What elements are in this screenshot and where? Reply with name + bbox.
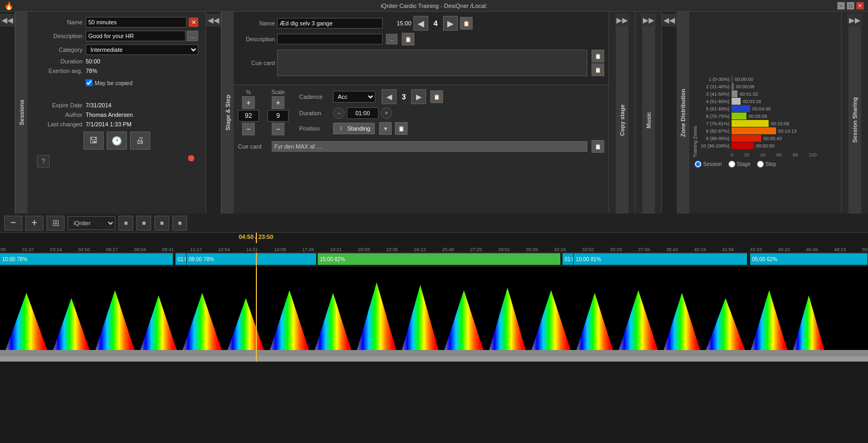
chart-track[interactable] bbox=[0, 266, 868, 362]
zone-bar-label: 6 (70-75%) bbox=[698, 114, 730, 119]
sharing-tab[interactable]: Session Sharing bbox=[848, 26, 861, 214]
zone-time-label: 00:04:48 bbox=[752, 106, 771, 112]
stage-desc-more-btn[interactable]: ... bbox=[386, 34, 398, 44]
zone-bar-row: 3 (41-50%)00:01:32 bbox=[698, 90, 838, 97]
action-btn-1[interactable]: 🖫 bbox=[84, 132, 104, 150]
cadence-select[interactable]: Acc bbox=[333, 91, 375, 103]
stage-num: 4 bbox=[430, 19, 441, 27]
timeline-content: 04:50 / 23:50 00:0001:3703:1404:5006:270… bbox=[0, 233, 868, 362]
may-copied-checkbox[interactable] bbox=[86, 79, 93, 86]
ruler-mark: 33:52 bbox=[582, 247, 594, 252]
stage-step-collapse-btn[interactable]: ◀◀ bbox=[206, 14, 221, 26]
ruler-mark: 14:31 bbox=[246, 247, 258, 252]
action-btn-2[interactable]: 🕐 bbox=[107, 132, 127, 150]
percent-plus-btn[interactable]: + bbox=[242, 96, 255, 109]
sharing-top-arrow[interactable]: ▶▶ bbox=[847, 14, 862, 26]
step-side-btn-1[interactable]: 📋 bbox=[430, 90, 443, 103]
scale-plus-btn[interactable]: + bbox=[272, 96, 284, 109]
zone-collapse-btn[interactable]: ◀◀ bbox=[662, 14, 677, 26]
minimize-button[interactable]: − bbox=[837, 2, 845, 10]
zone-x-axis: 0 20 40 60 80 100 bbox=[698, 152, 838, 158]
sessions-collapse-btn[interactable]: ◀◀ bbox=[0, 14, 15, 26]
stage-current-line bbox=[256, 253, 257, 266]
stage-header: Name 15:00 ◀ 4 ▶ 📋 bbox=[238, 16, 604, 31]
stage-cue-side-btns: 📋 📋 bbox=[592, 50, 604, 76]
step-side-btn-2[interactable]: 📋 bbox=[395, 122, 408, 135]
zone-tab[interactable]: Zone Distribution bbox=[677, 12, 689, 214]
step-prev-btn[interactable]: ◀ bbox=[382, 89, 396, 104]
stage-cue-btn-2[interactable]: 📋 bbox=[592, 63, 604, 76]
action-btn-print[interactable]: 🖨 bbox=[130, 132, 150, 150]
name-input[interactable] bbox=[86, 17, 187, 27]
stage-blocks-container: 10:00 78%01:0008:00 78%15:00 82%01:0010:… bbox=[0, 253, 868, 266]
stage-time: 15:00 bbox=[385, 20, 411, 26]
zone-bar-row: 4 (51-60%)00:03:16 bbox=[698, 98, 838, 105]
step-cue-input[interactable] bbox=[272, 141, 587, 152]
zone-bar-label: 2 (31-40%) bbox=[698, 84, 730, 89]
tool-btn-4[interactable]: ■ bbox=[172, 216, 187, 230]
music-top-arrow[interactable]: ▶▶ bbox=[641, 14, 656, 26]
category-select[interactable]: Intermediate bbox=[86, 44, 198, 55]
ruler-mark: 09:41 bbox=[162, 247, 174, 252]
zoom-in-btn[interactable]: + bbox=[25, 216, 43, 230]
duration-plus-btn[interactable]: + bbox=[381, 107, 392, 119]
scale-minus-btn[interactable]: − bbox=[272, 123, 284, 135]
zone-radio-stage[interactable]: Stage bbox=[728, 161, 751, 168]
stage-name-input[interactable] bbox=[277, 18, 383, 29]
stage-cue-btn-1[interactable]: 📋 bbox=[592, 50, 604, 62]
window-title: iQniter Cardio Training - DesiQner /Loca… bbox=[381, 3, 487, 9]
step-next-btn[interactable]: ▶ bbox=[411, 89, 426, 104]
stage-step-tab[interactable]: Stage & Step bbox=[221, 12, 234, 214]
position-value: Standing bbox=[347, 125, 370, 132]
ruler-mark: 24:12 bbox=[414, 247, 426, 252]
stage-prev-btn[interactable]: ◀ bbox=[413, 16, 428, 31]
step-cadence-label: Cadence bbox=[299, 94, 331, 100]
zone-time-label: 00:00:08 bbox=[736, 84, 754, 89]
stage-next-btn[interactable]: ▶ bbox=[443, 16, 458, 31]
zone-bar-row: 5 (61-69%)00:04:48 bbox=[698, 105, 838, 112]
name-clear-btn[interactable]: ✕ bbox=[189, 17, 198, 27]
stage-block: 10:00 81% bbox=[574, 253, 747, 265]
duration-minus-btn[interactable]: − bbox=[333, 107, 345, 119]
stage-desc-input[interactable] bbox=[277, 34, 383, 44]
desc-more-btn[interactable]: ... bbox=[187, 31, 198, 41]
help-button[interactable]: ? bbox=[37, 155, 50, 168]
ruler-mark: 04:50 bbox=[78, 247, 90, 252]
fit-all-btn[interactable]: ⊞ bbox=[47, 216, 64, 230]
zoom-out-btn[interactable]: − bbox=[4, 216, 22, 230]
desc-input[interactable] bbox=[86, 31, 186, 41]
percent-value: 92 bbox=[238, 110, 259, 122]
zone-radio-session[interactable]: Session bbox=[695, 161, 722, 168]
maximize-button[interactable]: □ bbox=[847, 2, 854, 10]
duration-input[interactable] bbox=[347, 107, 378, 119]
stage-desc-label: Description bbox=[238, 36, 275, 42]
position-btn[interactable]: 🚶 Standing bbox=[333, 123, 375, 134]
zone-bar-label: 10 (96-100%) bbox=[698, 143, 730, 149]
ruler-mark: 46:46 bbox=[806, 247, 818, 252]
stage-step-panel: ◀◀ Stage & Step Name 15:00 ◀ 4 ▶ 📋 bbox=[206, 12, 609, 214]
close-button[interactable]: ✕ bbox=[856, 2, 864, 10]
music-tab[interactable]: Music bbox=[642, 26, 655, 214]
zone-axis-label: Training Zones bbox=[692, 15, 698, 158]
tool-btn-1[interactable]: ■ bbox=[118, 216, 133, 230]
copy-stage-tab[interactable]: Copy stage bbox=[616, 26, 629, 214]
zone-time-label: 00:14:13 bbox=[778, 128, 797, 134]
ruler-mark: 38:43 bbox=[666, 247, 678, 252]
stage-side-btn-1[interactable]: 📋 bbox=[460, 17, 473, 30]
ruler-mark: 17:45 bbox=[302, 247, 314, 252]
step-cue-side-btn[interactable]: 📋 bbox=[592, 140, 604, 153]
stage-cue-row: Cue card 📋 📋 bbox=[238, 48, 604, 78]
zone-radio-step[interactable]: Step bbox=[757, 161, 777, 168]
last-changed-label: Last changed bbox=[35, 121, 82, 127]
ruler-mark: 43:33 bbox=[750, 247, 762, 252]
percent-minus-btn[interactable]: − bbox=[242, 123, 255, 135]
device-select[interactable]: iQniter bbox=[68, 216, 115, 230]
copy-stage-top-arrow[interactable]: ▶▶ bbox=[615, 14, 630, 26]
stage-side-btn-2[interactable]: 📋 bbox=[402, 33, 414, 45]
step-pos-side-btn[interactable]: ▼ bbox=[379, 122, 392, 135]
tool-btn-2[interactable]: ■ bbox=[136, 216, 151, 230]
record-button[interactable]: ⏺ bbox=[187, 153, 196, 168]
zone-time-label: 00:00:00 bbox=[756, 143, 774, 149]
tool-btn-3[interactable]: ■ bbox=[154, 216, 169, 230]
sessions-tab[interactable]: Sessions bbox=[15, 12, 27, 214]
